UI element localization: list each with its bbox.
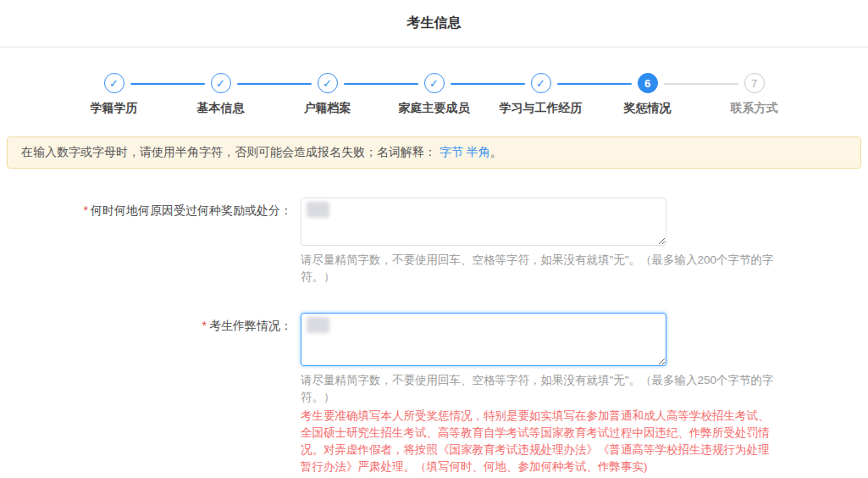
check-icon: ✓ (211, 73, 231, 93)
reward-punishment-label-text: 何时何地何原因受过何种奖励或处分： (91, 203, 292, 217)
candidate-info-page: 考生信息 ✓学籍学历✓基本信息✓户籍档案✓家庭主要成员✓学习与工作经历6奖惩情况… (0, 0, 868, 478)
page-header: 考生信息 (0, 0, 868, 47)
step-number: 7 (744, 73, 765, 93)
cheating-label-text: 考生作弊情况： (209, 319, 292, 332)
check-icon: ✓ (104, 73, 124, 93)
step-7: 7联系方式 (701, 73, 808, 116)
cheating-textarea-wrap (301, 313, 666, 366)
check-icon: ✓ (318, 73, 338, 93)
check-icon: ✓ (531, 73, 551, 93)
cheating-textarea[interactable] (301, 313, 666, 366)
step-2: ✓基本信息 (168, 73, 274, 116)
reward-punishment-content: 请尽量精简字数，不要使用回车、空格等字符，如果没有就填"无"。（最多输入200个… (301, 197, 777, 286)
step-label: 学习与工作经历 (500, 101, 583, 116)
stepper: ✓学籍学历✓基本信息✓户籍档案✓家庭主要成员✓学习与工作经历6奖惩情况7联系方式 (0, 73, 868, 116)
cheating-row: *考生作弊情况： 请尽量精简字数，不要使用回车、空格等字符，如果没有就填"无"。… (0, 313, 868, 475)
required-asterisk: * (84, 203, 88, 217)
step-label: 户籍档案 (304, 101, 351, 116)
reward-punishment-label: *何时何地何原因受过何种奖励或处分： (0, 197, 301, 286)
step-number: 6 (638, 73, 658, 93)
cheating-warning-text: 考生要准确填写本人所受奖惩情况，特别是要如实填写在参加普通和成人高等学校招生考试… (301, 408, 777, 475)
step-label: 基本信息 (197, 101, 245, 116)
notice-text: 在输入数字或字母时，请使用半角字符，否则可能会造成报名失败；名词解释： (21, 145, 436, 158)
reward-punishment-helper: 请尽量精简字数，不要使用回车、空格等字符，如果没有就填"无"。（最多输入200个… (301, 252, 777, 286)
notice-suffix: 。 (490, 145, 502, 158)
page-title: 考生信息 (407, 14, 462, 32)
redacted-content (307, 317, 329, 333)
step-label: 联系方式 (731, 101, 778, 116)
step-3: ✓户籍档案 (274, 73, 381, 116)
step-4: ✓家庭主要成员 (381, 73, 488, 116)
reward-punishment-textarea[interactable] (301, 197, 666, 246)
step-1: ✓学籍学历 (61, 73, 168, 116)
step-label: 家庭主要成员 (399, 101, 470, 116)
cheating-label: *考生作弊情况： (0, 313, 301, 475)
reward-punishment-textarea-wrap (301, 197, 666, 246)
step-6: 6奖惩情况 (594, 73, 701, 116)
step-label: 学籍学历 (91, 101, 138, 116)
glossary-link-byte[interactable]: 字节 (440, 145, 463, 158)
step-5: ✓学习与工作经历 (488, 73, 594, 116)
cheating-content: 请尽量精简字数，不要使用回车、空格等字符，如果没有就填"无"。（最多输入250个… (301, 313, 777, 475)
required-asterisk: * (202, 319, 207, 332)
awards-punishments-form: *何时何地何原因受过何种奖励或处分： 请尽量精简字数，不要使用回车、空格等字符，… (0, 197, 868, 478)
check-icon: ✓ (424, 73, 445, 93)
redacted-content (307, 202, 329, 218)
reward-punishment-row: *何时何地何原因受过何种奖励或处分： 请尽量精简字数，不要使用回车、空格等字符，… (0, 197, 868, 286)
glossary-link-halfwidth[interactable]: 半角 (467, 145, 490, 158)
cheating-helper: 请尽量精简字数，不要使用回车、空格等字符，如果没有就填"无"。（最多输入250个… (301, 372, 777, 406)
notice-banner: 在输入数字或字母时，请使用半角字符，否则可能会造成报名失败；名词解释： 字节 半… (7, 136, 861, 169)
step-label: 奖惩情况 (624, 101, 672, 116)
